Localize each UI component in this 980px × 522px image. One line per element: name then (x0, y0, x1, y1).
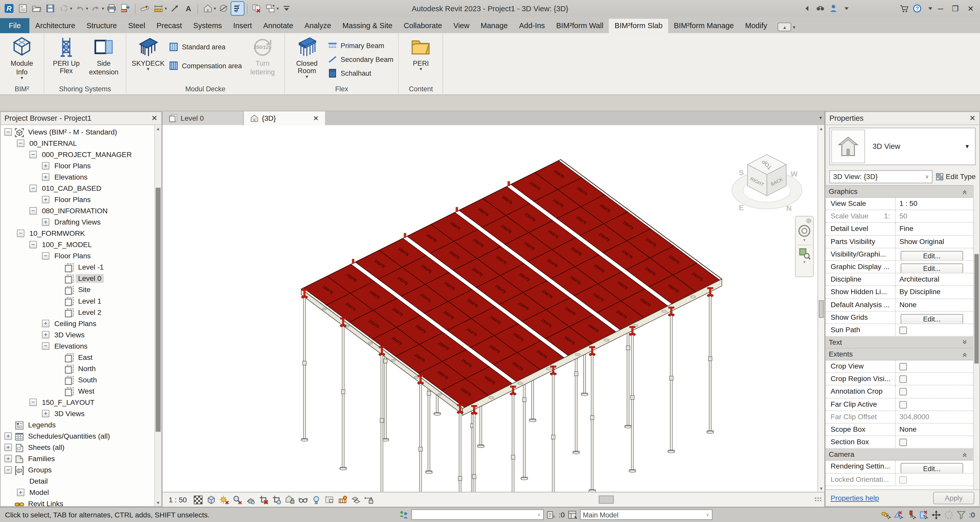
tree-item-drafting-views[interactable]: +Drafting Views (0, 216, 154, 228)
ribbon-tab-massing-site[interactable]: Massing & Site (337, 19, 398, 33)
view-cube[interactable]: S W E N TOP RIGHT BACK (725, 144, 813, 225)
project-browser-close-icon[interactable]: ✕ (151, 114, 158, 123)
ribbon-tab-precast[interactable]: Precast (151, 19, 188, 33)
status-drag-elements-icon[interactable] (931, 510, 942, 520)
instance-selector[interactable]: 3D View: {3D} ∨ (829, 170, 932, 183)
property-checkbox[interactable] (899, 327, 907, 334)
tree-expander-icon[interactable]: − (4, 128, 12, 136)
section-collapse-icon[interactable] (962, 351, 967, 357)
property-checkbox[interactable] (899, 439, 907, 446)
tree-expander-icon[interactable]: − (17, 230, 24, 237)
infocenter-cart-icon[interactable] (899, 4, 909, 13)
qat-redo-dropdown-icon[interactable]: ▾ (102, 6, 104, 11)
tree-expander-icon[interactable]: + (4, 444, 12, 451)
status-press-drag-icon[interactable] (944, 510, 954, 520)
qat-sync-icon[interactable] (57, 2, 70, 15)
tree-item-elevations[interactable]: +Elevations (0, 171, 154, 183)
tree-item-families[interactable]: +Families (0, 453, 154, 464)
tree-expander-icon[interactable]: − (29, 151, 37, 158)
qat-file-info-icon[interactable] (16, 2, 29, 15)
property-value[interactable]: 50 (899, 212, 907, 220)
ribbon-tab-modify[interactable]: Modify (739, 19, 773, 33)
ribbon-button-standard-area[interactable]: Standard area (167, 40, 244, 54)
vcb-shadows-off-icon[interactable] (232, 495, 242, 504)
edit-button[interactable]: Edit... (900, 463, 963, 473)
drawing-area[interactable]: 150/75150/75150/75150/75150/75150/75150/… (162, 125, 818, 492)
property-checkbox[interactable] (899, 388, 907, 396)
tree-item-west[interactable]: West (0, 385, 154, 397)
infocenter-search-icon[interactable] (816, 4, 825, 13)
property-value[interactable]: Fine (899, 225, 913, 232)
status-select-underlay-icon[interactable] (894, 510, 904, 520)
tree-expander-icon[interactable]: + (17, 489, 24, 496)
ribbon-state-caret-icon[interactable]: ▾ (793, 24, 795, 30)
view-scale-control[interactable]: 1 : 50 (166, 495, 193, 504)
ribbon-tab-file[interactable]: File (0, 18, 30, 33)
property-value[interactable]: Architectural (899, 275, 939, 283)
vcb-displacement-icon[interactable] (350, 495, 361, 504)
vcb-scale-grid-icon[interactable] (193, 495, 203, 504)
worksets-combo[interactable]: ∨ (411, 509, 544, 520)
ribbon-tab-manage[interactable]: Manage (475, 19, 514, 33)
property-checkbox[interactable] (899, 375, 907, 383)
ribbon-button-compensation-area[interactable]: Compensation area (167, 59, 244, 73)
status-select-pinned-icon[interactable] (907, 510, 916, 520)
property-value[interactable]: Show Original (899, 238, 944, 245)
tree-item-level-1[interactable]: Level -1 (0, 262, 154, 273)
design-options-icon[interactable] (567, 510, 577, 520)
ribbon-tab-collaborate[interactable]: Collaborate (398, 19, 448, 33)
qat-text-icon[interactable]: A (182, 2, 194, 15)
vcb-render-icon[interactable] (245, 495, 256, 504)
tree-expander-icon[interactable]: − (42, 342, 49, 350)
infocenter-help-icon[interactable]: ? (912, 4, 922, 13)
section-collapse-icon[interactable] (962, 339, 967, 345)
design-options-combo[interactable]: Main Model ∨ (580, 509, 712, 520)
tree-expander-icon[interactable]: + (42, 196, 49, 203)
tree-expander-icon[interactable]: − (29, 399, 37, 406)
steering-wheel-menu-icon[interactable] (805, 218, 811, 224)
ribbon-button-module-info[interactable]: ModuleInfo▾ (3, 35, 41, 81)
editing-requests-icon[interactable] (546, 510, 556, 520)
property-checkbox[interactable] (899, 363, 907, 370)
project-browser-scrollbar[interactable]: ▲ ▼ (154, 125, 161, 506)
ribbon-button-secondary-beam[interactable]: Secondary Beam (326, 53, 396, 67)
tree-item-schedules-quantities-all-[interactable]: +Schedules/Quantities (all) (0, 431, 154, 442)
qat-detail-line-icon[interactable] (168, 2, 181, 15)
canvas-vertical-scrollbar[interactable]: ▲ ▼ (818, 125, 824, 492)
restore-button[interactable]: ❐ (952, 4, 959, 13)
qat-undo-icon[interactable] (73, 2, 86, 15)
slab-formwork-model[interactable]: 150/75150/75150/75150/75150/75150/75150/… (162, 125, 818, 492)
infocenter-caret-icon[interactable] (842, 4, 848, 13)
tree-item-groups[interactable]: −Groups (0, 464, 154, 476)
ribbon-button-peri[interactable]: PERI▾ (402, 35, 440, 72)
scroll-up-icon[interactable]: ▲ (155, 125, 161, 132)
minimize-button[interactable]: ─ (938, 4, 943, 13)
tree-expander-icon[interactable]: − (29, 185, 37, 192)
qat-export-pdf-icon[interactable]: PDF (119, 2, 132, 15)
ribbon-tab-insert[interactable]: Insert (228, 19, 258, 33)
qat-sync-dropdown-icon[interactable]: ▾ (70, 6, 72, 11)
tree-item-views-bim-m-standard-[interactable]: −Views (BIM² - M - Standard) (0, 126, 154, 137)
ribbon-button-schalhaut[interactable]: Schalhaut (326, 66, 396, 80)
tree-expander-icon[interactable]: + (42, 410, 49, 417)
tree-item-00-internal[interactable]: −00_INTERNAL (0, 137, 154, 149)
tree-expander-icon[interactable]: + (4, 432, 12, 440)
view-tab-3d[interactable]: {3D}✕ (244, 111, 325, 125)
tree-expander-icon[interactable]: + (42, 331, 49, 338)
tree-expander-icon[interactable]: − (17, 140, 24, 147)
ribbon-button-primary-beam[interactable]: Primary Beam (326, 39, 396, 53)
ribbon-button-peri-up-flex[interactable]: PERI Up Flex (48, 35, 85, 75)
vcb-sun-off-icon[interactable] (219, 495, 229, 504)
tree-item-ceiling-plans[interactable]: +Ceiling Plans (0, 318, 154, 329)
ribbon-button-closed-room[interactable]: Closed Room▾ (288, 35, 326, 80)
tree-item-site[interactable]: Site (0, 284, 154, 295)
properties-section-extents[interactable]: Extents (826, 349, 980, 360)
qat-thin-lines-icon[interactable] (231, 2, 243, 15)
chevron-down-icon[interactable]: ▾ (803, 260, 805, 265)
tree-item-north[interactable]: North (0, 363, 154, 374)
status-select-links-icon[interactable] (881, 510, 891, 520)
tree-expander-icon[interactable]: + (42, 173, 49, 181)
ribbon-tab-bim-form-manage[interactable]: BIM²form Manage (668, 19, 739, 33)
qat-default-3d-icon[interactable] (201, 2, 214, 15)
view-tab-level0[interactable]: Level 0 (162, 111, 244, 125)
